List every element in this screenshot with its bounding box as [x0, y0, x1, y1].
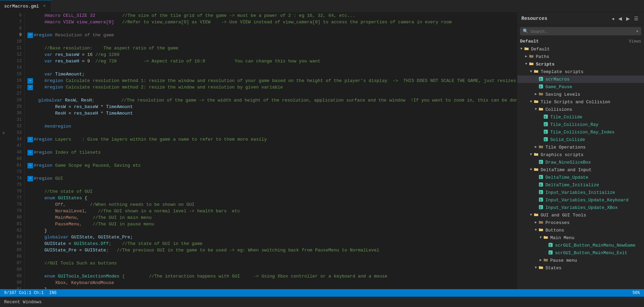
tree-item-scr-macros[interactable]: SscrMacros — [517, 75, 644, 83]
code-line[interactable]: Xbox, KeyboardAndMouse — [25, 280, 517, 286]
fold-icon[interactable]: − — [27, 137, 33, 142]
tree-arrow-tile-scripts[interactable]: ▼ — [528, 99, 534, 105]
tree-arrow-buttons[interactable]: ▼ — [533, 227, 539, 233]
code-line[interactable]: − #region Calculate resolution method 2:… — [25, 84, 517, 91]
code-line[interactable]: enum GUIStates { — [25, 195, 517, 201]
code-line[interactable]: var TimeAmount; — [25, 71, 517, 78]
code-line[interactable]: −#region Game Scope eg Paused, Saving et… — [25, 162, 517, 169]
code-line[interactable]: globalvar ResW, ResH; //The resolution o… — [25, 97, 517, 104]
code-line[interactable] — [25, 267, 517, 273]
tree-arrow-processes[interactable]: ▶ — [533, 220, 539, 225]
tree-item-buttons[interactable]: ▼Buttons — [517, 226, 644, 234]
code-line[interactable]: ResH = res_baseH * TimeAmount — [25, 110, 517, 117]
code-line[interactable]: #macro CELL_SIZE 32 //The size of the ti… — [25, 12, 517, 19]
tree-item-deltatime-initialize[interactable]: SDeltaTime_Initialize — [517, 181, 644, 189]
code-line[interactable]: −#region Layers : Give the layers within… — [25, 136, 517, 143]
tree-item-main-menu-folder[interactable]: ▼Main Menu — [517, 234, 644, 241]
editor-content[interactable]: #macro CELL_SIZE 32 //The size of the ti… — [25, 12, 517, 289]
code-line[interactable]: //the state of GUI — [25, 188, 517, 195]
tree-item-tile-scripts[interactable]: ▼Tile Scripts and Collision — [517, 98, 644, 106]
tree-item-scr-gui-btn-newgame[interactable]: SscrGUI_Button_MainMenu_NewGame — [517, 241, 644, 249]
tree-arrow-saving-levels[interactable]: ▶ — [533, 92, 539, 97]
tree-arrow-collisions[interactable]: ▼ — [533, 107, 539, 112]
nav-back-button[interactable]: ◀ — [617, 15, 623, 22]
tree-item-processes[interactable]: ▶Processes — [517, 219, 644, 226]
code-line[interactable] — [25, 143, 517, 149]
fold-icon[interactable]: − — [27, 33, 33, 38]
tree-item-default[interactable]: ▼Default — [517, 45, 644, 53]
code-line[interactable]: PauseMenu, //The GUI in pause menu — [25, 221, 517, 227]
tree-item-deltatime-input[interactable]: ▼DeltaTime and Input — [517, 166, 644, 174]
tree-arrow-states[interactable]: ▼ — [533, 265, 539, 271]
tree-item-game-pause[interactable]: SGame_Pause — [517, 83, 644, 91]
tree-arrow-default[interactable]: ▼ — [519, 46, 524, 52]
fold-icon[interactable]: − — [27, 85, 33, 90]
tree-arrow-tile-operations[interactable]: ▶ — [533, 144, 539, 150]
search-input[interactable] — [530, 29, 634, 34]
code-line[interactable] — [25, 169, 517, 175]
tree-item-tile-collide[interactable]: STile_Collide — [517, 113, 644, 121]
collapse-button[interactable]: ◂ — [610, 15, 615, 22]
tree-item-graphics-scripts[interactable]: ▼Graphics scripts — [517, 151, 644, 158]
tree-item-saving-levels[interactable]: ▶Saving Levels — [517, 91, 644, 98]
fold-icon[interactable]: − — [27, 163, 33, 168]
tree-item-input-variables-keyboard[interactable]: SInput_Variables_Update_Keyboard — [517, 196, 644, 204]
tree-item-collisions[interactable]: ▼Collisions — [517, 106, 644, 113]
fold-icon[interactable]: − — [27, 176, 33, 181]
search-dropdown-icon[interactable]: ▾ — [636, 29, 639, 34]
code-line[interactable]: −#region GUI — [25, 175, 517, 182]
tree-arrow-paths[interactable]: ▶ — [523, 54, 529, 59]
code-line[interactable]: − #region Calculate resolution method 1:… — [25, 78, 517, 84]
code-line[interactable]: ResW = res_baseW * TimeAmount — [25, 104, 517, 110]
code-line[interactable]: MainMenu, //The GUI in main menu — [25, 214, 517, 221]
code-line[interactable] — [25, 130, 517, 136]
tree-item-input-variables-init[interactable]: SInput_Variables_Initialize — [517, 189, 644, 196]
tree-arrow-scripts[interactable]: ▼ — [523, 61, 529, 67]
code-line[interactable] — [25, 91, 517, 97]
tree-item-states[interactable]: ▼States — [517, 264, 644, 272]
tree-view[interactable]: ▼Default▶Paths▼Scripts▼Template scriptsS… — [517, 45, 644, 289]
code-line[interactable] — [25, 182, 517, 188]
code-line[interactable]: //Base resolution: The aspect ratio of t… — [25, 45, 517, 51]
code-line[interactable] — [25, 25, 517, 32]
tree-item-draw-nine-slice-box[interactable]: SDraw_NineSliceBox — [517, 158, 644, 166]
tree-arrow-main-menu-folder[interactable]: ▼ — [538, 235, 543, 240]
code-line[interactable] — [25, 156, 517, 162]
code-line[interactable]: #endregion — [25, 123, 517, 130]
tab-close-button[interactable]: × — [42, 3, 47, 9]
code-line[interactable]: globalvar GUIState, GUIState_Pre; — [25, 234, 517, 240]
tree-arrow-gui-tools[interactable]: ▼ — [528, 212, 534, 218]
tree-item-input-variables-xbox[interactable]: SInput_Variables_Update_XBox — [517, 204, 644, 211]
tree-item-template-scripts[interactable]: ▼Template scripts — [517, 68, 644, 75]
tree-item-tile-collision-ray[interactable]: STile_Collision_Ray — [517, 121, 644, 128]
tree-item-scripts[interactable]: ▼Scripts — [517, 60, 644, 68]
tree-item-paths[interactable]: ▶Paths — [517, 53, 644, 60]
code-line[interactable]: Off, //When nothing needs to be shown on… — [25, 201, 517, 208]
code-line[interactable] — [25, 253, 517, 260]
fold-icon[interactable]: − — [27, 150, 33, 155]
code-line[interactable]: −#region Index of tilesets — [25, 149, 517, 156]
tab-scrmacros[interactable]: scrMacros.gml × — [0, 0, 52, 12]
tree-item-solid-collide[interactable]: SSolid_Collide — [517, 136, 644, 143]
tree-item-tile-collision-ray-index[interactable]: STile_Collision_Ray_Index — [517, 128, 644, 136]
tree-item-tile-operations[interactable]: ▶Tile Operations — [517, 143, 644, 151]
code-line[interactable]: enum GUITools_SelectionModes { //The int… — [25, 273, 517, 280]
code-line[interactable]: −#region Resolution of the game — [25, 32, 517, 38]
tree-arrow-graphics-scripts[interactable]: ▼ — [528, 152, 534, 157]
tree-item-gui-tools[interactable]: ▼GUI and GUI Tools — [517, 211, 644, 219]
tree-item-scr-gui-btn-exit[interactable]: SscrGUI_Button_MainMenu_Exit — [517, 249, 644, 257]
nav-forward-button[interactable]: ▶ — [625, 15, 631, 22]
code-line[interactable]: NormalLevel, //The GUI shown in a normal… — [25, 208, 517, 214]
code-line[interactable]: } — [25, 286, 517, 289]
code-line[interactable]: var res_baseH = 9 //eg 720 -> Aspect rat… — [25, 58, 517, 64]
tree-arrow-template-scripts[interactable]: ▼ — [528, 69, 534, 74]
code-line[interactable]: var res_baseW = 16 //eg 1280 — [25, 51, 517, 58]
code-line[interactable]: //GUI Tools Such as buttons — [25, 260, 517, 267]
fold-icon[interactable]: − — [27, 78, 33, 84]
code-line[interactable]: } — [25, 227, 517, 234]
tree-arrow-pause-menu[interactable]: ▶ — [538, 258, 543, 263]
code-line[interactable]: GUIState = GUIStates.Off; //The state of… — [25, 240, 517, 247]
code-line[interactable] — [25, 117, 517, 123]
tree-item-deltatime-update[interactable]: SDeltaTime_Update — [517, 174, 644, 181]
code-line[interactable]: #macro VIEW view_camera[0] //Refer to vi… — [25, 19, 517, 25]
